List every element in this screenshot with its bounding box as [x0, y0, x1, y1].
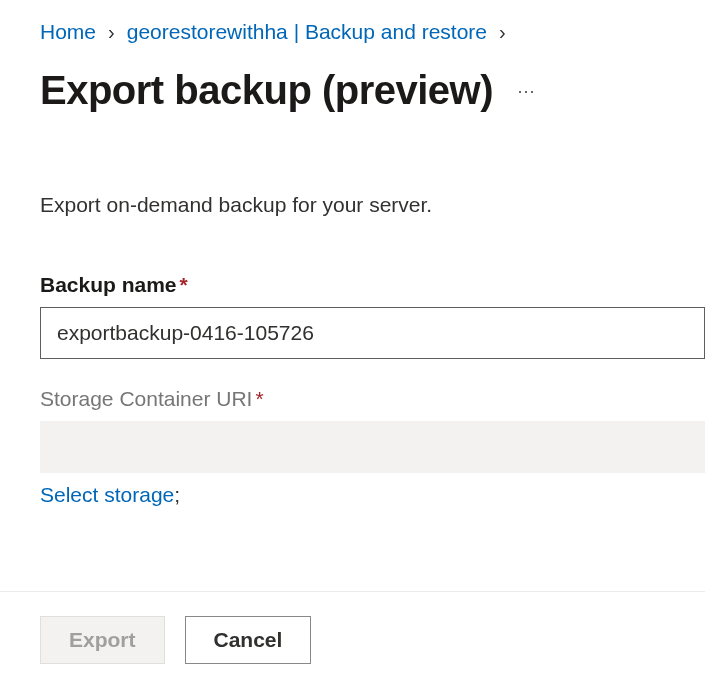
backup-name-input[interactable]: [40, 307, 705, 359]
breadcrumb-home[interactable]: Home: [40, 20, 96, 44]
breadcrumb-resource[interactable]: georestorewithha | Backup and restore: [127, 20, 487, 44]
cancel-button[interactable]: Cancel: [185, 616, 312, 664]
storage-uri-field: Storage Container URI* Select storage;: [40, 387, 705, 507]
backup-name-field: Backup name*: [40, 273, 705, 359]
export-button[interactable]: Export: [40, 616, 165, 664]
semicolon: ;: [174, 483, 180, 506]
required-indicator: *: [180, 273, 188, 296]
backup-name-label: Backup name*: [40, 273, 188, 297]
breadcrumb: Home › georestorewithha | Backup and res…: [40, 20, 705, 44]
footer-actions: Export Cancel: [0, 591, 705, 688]
page-title: Export backup (preview): [40, 68, 493, 113]
chevron-right-icon: ›: [108, 21, 115, 44]
storage-uri-label: Storage Container URI*: [40, 387, 264, 411]
storage-uri-input[interactable]: [40, 421, 705, 473]
select-storage-link[interactable]: Select storage: [40, 483, 174, 506]
chevron-right-icon: ›: [499, 21, 506, 44]
required-indicator: *: [255, 387, 263, 410]
page-description: Export on-demand backup for your server.: [40, 193, 705, 217]
more-icon[interactable]: ⋯: [517, 80, 537, 102]
